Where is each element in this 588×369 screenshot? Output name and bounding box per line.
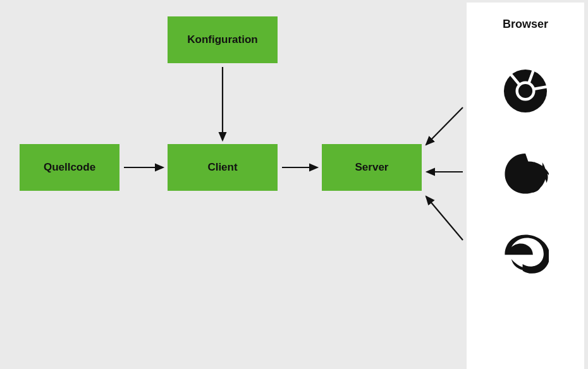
node-label: Quellcode xyxy=(44,161,95,174)
browser-panel: Browser xyxy=(467,3,584,369)
arrow-edge-server xyxy=(426,197,463,240)
node-label: Client xyxy=(207,161,237,174)
node-label: Server xyxy=(355,161,389,174)
node-server: Server xyxy=(322,144,422,191)
edge-icon xyxy=(502,232,549,279)
node-quellcode: Quellcode xyxy=(20,144,119,191)
svg-point-6 xyxy=(518,84,532,98)
firefox-icon xyxy=(502,150,549,197)
node-konfiguration: Konfiguration xyxy=(168,16,278,63)
chrome-icon xyxy=(502,68,549,114)
node-client: Client xyxy=(168,144,278,191)
arrow-chrome-server xyxy=(426,107,463,145)
diagram-stage: Konfiguration Quellcode Client Server Br… xyxy=(0,0,588,369)
browser-panel-title: Browser xyxy=(503,18,548,31)
node-label: Konfiguration xyxy=(187,33,257,46)
